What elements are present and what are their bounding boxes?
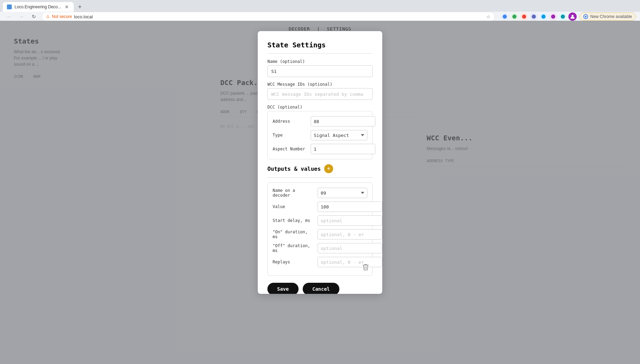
forward-button[interactable]: → <box>17 12 26 21</box>
ext-icon-2[interactable] <box>510 12 519 21</box>
type-select[interactable]: Signal Aspect Output Speed <box>311 130 367 140</box>
value-input[interactable] <box>318 202 382 212</box>
dcc-section-group: DCC (optional) Address Type Signal Aspec… <box>267 105 373 159</box>
add-output-button[interactable]: + <box>324 164 333 173</box>
tab-close-button[interactable]: ✕ <box>64 4 70 10</box>
address-bar[interactable]: ⚠ Not secure loco.local ☆ <box>42 12 495 21</box>
decoder-name-row: Name on a decoder 09 01 02 03 <box>273 188 367 198</box>
replays-input[interactable] <box>318 257 382 267</box>
dcc-section: Address Type Signal Aspect Output Speed <box>267 111 373 159</box>
dcc-label: DCC (optional) <box>267 105 373 110</box>
ext-icon-1[interactable] <box>501 12 509 21</box>
svg-point-0 <box>503 15 507 19</box>
trash-icon <box>363 264 369 271</box>
decoder-name-select[interactable]: 09 01 02 03 <box>318 188 367 198</box>
back-button[interactable]: ← <box>4 12 14 21</box>
cancel-button[interactable]: Cancel <box>303 283 340 294</box>
browser-chrome: Loco.Engineering Deco... ✕ + ← → ↻ ⚠ Not… <box>0 0 640 21</box>
on-duration-row: "On" duration, ms <box>273 229 367 240</box>
off-duration-row: "Off" duration, ms <box>273 243 367 253</box>
outputs-title: Outputs & values <box>267 166 321 172</box>
start-delay-row: Start delay, ms <box>273 215 367 226</box>
ext-icon-4[interactable] <box>530 12 538 21</box>
browser-toolbar: ← → ↻ ⚠ Not secure loco.local ☆ <box>0 12 640 21</box>
security-label: Not secure <box>52 14 72 19</box>
active-tab[interactable]: Loco.Engineering Deco... ✕ <box>3 2 74 12</box>
svg-point-1 <box>512 15 516 19</box>
ext-icon-5[interactable] <box>539 12 548 21</box>
reload-button[interactable]: ↻ <box>29 12 39 21</box>
off-duration-label: "Off" duration, ms <box>273 243 314 253</box>
value-label: Value <box>273 204 314 209</box>
svg-point-2 <box>522 15 526 19</box>
outputs-divider <box>267 177 373 178</box>
on-duration-input[interactable] <box>318 229 382 240</box>
modal-title: State Settings <box>267 41 373 49</box>
browser-tabs: Loco.Engineering Deco... ✕ + <box>0 0 640 12</box>
start-delay-input[interactable] <box>318 215 382 226</box>
ext-icon-7[interactable] <box>559 12 567 21</box>
new-tab-button[interactable]: + <box>75 2 85 12</box>
name-field-group: Name (optional) <box>267 59 373 77</box>
tab-favicon <box>7 4 12 9</box>
page-background: DECODER | SETTINGS States What the de...… <box>0 21 640 364</box>
replays-row: Replays <box>273 257 367 267</box>
bookmark-icon[interactable]: ☆ <box>486 14 491 19</box>
dcc-type-row: Type Signal Aspect Output Speed <box>273 130 367 140</box>
new-chrome-button[interactable]: New Chrome available <box>579 12 636 21</box>
browser-extensions <box>501 12 577 21</box>
aspect-label: Aspect Number <box>273 147 307 151</box>
type-label: Type <box>273 133 307 138</box>
profile-avatar[interactable] <box>568 12 577 21</box>
security-icon: ⚠ <box>46 14 50 19</box>
svg-point-5 <box>551 15 555 19</box>
wcc-input[interactable] <box>267 88 373 100</box>
outputs-header: Outputs & values + <box>267 164 373 173</box>
ext-icon-6[interactable] <box>549 12 557 21</box>
output-card: Name on a decoder 09 01 02 03 Value Star… <box>267 183 373 276</box>
state-settings-modal: State Settings Name (optional) WCC Messa… <box>258 31 382 294</box>
modal-title-divider <box>267 53 373 54</box>
modal-footer: Save Cancel <box>267 283 373 294</box>
dcc-aspect-row: Aspect Number <box>273 144 367 154</box>
svg-point-9 <box>585 16 587 18</box>
new-chrome-label: New Chrome available <box>590 14 632 19</box>
svg-point-6 <box>561 15 565 19</box>
decoder-name-label: Name on a decoder <box>273 188 314 198</box>
dcc-address-row: Address <box>273 116 367 127</box>
modal-overlay: State Settings Name (optional) WCC Messa… <box>0 21 640 364</box>
replays-label: Replays <box>273 260 314 264</box>
url-display: loco.local <box>74 14 93 19</box>
address-input[interactable] <box>311 116 375 127</box>
add-icon: + <box>327 166 331 172</box>
aspect-input[interactable] <box>311 144 375 154</box>
chrome-icon <box>583 14 588 19</box>
wcc-label: WCC Message IDs (optional) <box>267 82 373 87</box>
address-label: Address <box>273 119 307 124</box>
save-button[interactable]: Save <box>267 283 299 294</box>
delete-output-button[interactable] <box>363 264 369 272</box>
wcc-field-group: WCC Message IDs (optional) <box>267 82 373 100</box>
off-duration-input[interactable] <box>318 243 382 253</box>
name-input[interactable] <box>267 65 373 77</box>
svg-point-4 <box>541 15 546 19</box>
name-label: Name (optional) <box>267 59 373 64</box>
value-row: Value <box>273 202 367 212</box>
start-delay-label: Start delay, ms <box>273 218 314 223</box>
ext-icon-3[interactable] <box>520 12 528 21</box>
svg-point-3 <box>532 15 536 19</box>
tab-title: Loco.Engineering Deco... <box>15 4 61 9</box>
on-duration-label: "On" duration, ms <box>273 230 314 239</box>
